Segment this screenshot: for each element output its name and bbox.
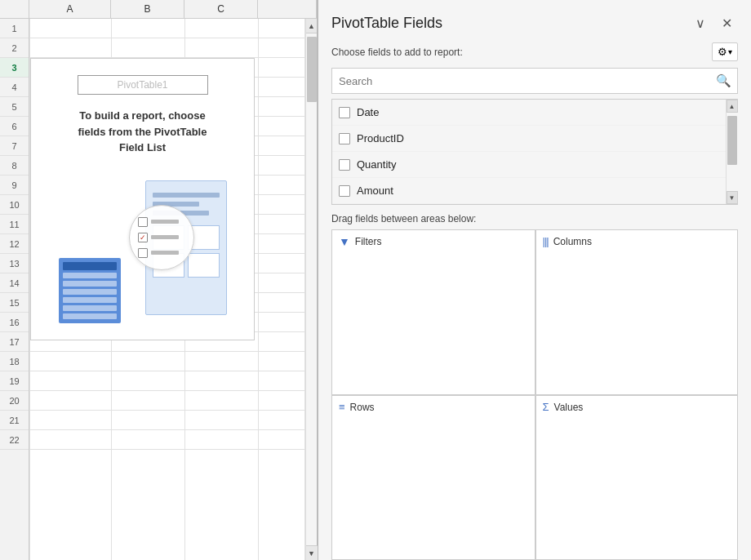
row-num-17[interactable]: 17	[0, 332, 29, 352]
field-checkbox-date[interactable]	[339, 107, 350, 118]
cell-a2[interactable]	[30, 38, 111, 58]
pivot-illustration: ✓	[43, 172, 242, 323]
illus-circle: ✓	[129, 205, 194, 270]
values-content[interactable]	[543, 416, 731, 554]
row-num-7[interactable]: 7	[0, 136, 29, 156]
cell-a18[interactable]	[30, 352, 111, 371]
row-num-12[interactable]: 12	[0, 234, 29, 254]
field-item-productid[interactable]: ProductID	[332, 126, 726, 152]
cell-b21[interactable]	[112, 411, 184, 430]
cell-a21[interactable]	[30, 411, 111, 430]
field-checkbox-productid[interactable]	[339, 133, 350, 144]
values-label: Values	[554, 402, 584, 413]
field-label-amount: Amount	[357, 184, 393, 197]
columns-label: Columns	[553, 236, 592, 247]
columns-content[interactable]	[543, 251, 731, 389]
rows-content[interactable]	[339, 416, 528, 554]
row-num-5[interactable]: 5	[0, 97, 29, 117]
field-list-scrollbar[interactable]: ▲ ▼	[726, 100, 737, 204]
cell-c18[interactable]	[185, 352, 258, 371]
field-list: Date ProductID Quantity Amount	[332, 100, 726, 204]
field-item-date[interactable]: Date	[332, 100, 726, 126]
row-num-1[interactable]: 1	[0, 19, 29, 38]
row-num-11[interactable]: 11	[0, 215, 29, 234]
cell-c21[interactable]	[185, 411, 258, 430]
close-button[interactable]: ✕	[715, 11, 738, 34]
row-num-2[interactable]: 2	[0, 38, 29, 58]
scroll-up-arrow[interactable]: ▲	[306, 19, 318, 33]
field-checkbox-amount[interactable]	[339, 185, 350, 197]
row-num-8[interactable]: 8	[0, 156, 29, 176]
cell-c1[interactable]	[185, 19, 258, 38]
row-num-9[interactable]: 9	[0, 176, 29, 195]
grid-area[interactable]: PivotTable1 To build a report, choose fi…	[29, 19, 305, 560]
spreadsheet: A B C 1 2 3 4 5 6 7 8 9 10 11 12 13 14 1…	[0, 0, 318, 560]
field-item-amount[interactable]: Amount	[332, 178, 726, 204]
dropdown-arrow-icon: ▾	[728, 47, 732, 56]
col-header-rest	[258, 0, 317, 18]
col-header-b[interactable]: B	[111, 0, 184, 18]
cell-b2[interactable]	[112, 38, 184, 58]
row-num-14[interactable]: 14	[0, 273, 29, 293]
col-header-row: A B C	[29, 0, 317, 18]
row-numbers: 1 2 3 4 5 6 7 8 9 10 11 12 13 14 15 16 1…	[0, 19, 29, 560]
cell-a22[interactable]	[30, 430, 111, 450]
settings-button[interactable]: ⚙ ▾	[712, 42, 738, 61]
vertical-scrollbar[interactable]: ▲ ▼	[305, 19, 317, 560]
pivot-fields-panel: PivotTable Fields ∨ ✕ Choose fields to a…	[318, 0, 751, 560]
cell-b1[interactable]	[112, 19, 184, 38]
field-checkbox-quantity[interactable]	[339, 159, 350, 171]
cell-c19[interactable]	[185, 371, 258, 391]
scroll-down-arrow[interactable]: ▼	[306, 545, 318, 560]
minimize-button[interactable]: ∨	[689, 11, 712, 34]
cell-a20[interactable]	[30, 391, 111, 411]
drag-area-columns[interactable]: ||| Columns	[535, 230, 738, 394]
row-num-18[interactable]: 18	[0, 352, 29, 371]
row-num-6[interactable]: 6	[0, 117, 29, 136]
filters-content[interactable]	[339, 251, 528, 389]
row-num-10[interactable]: 10	[0, 195, 29, 215]
field-scroll-thumb[interactable]	[727, 116, 737, 165]
cell-c20[interactable]	[185, 391, 258, 411]
pivot-instruction: To build a report, choose fields from th…	[43, 108, 242, 156]
values-icon: Σ	[543, 401, 549, 413]
cell-b19[interactable]	[112, 371, 184, 391]
cell-b18[interactable]	[112, 352, 184, 371]
scroll-thumb[interactable]	[307, 37, 317, 102]
search-input[interactable]	[331, 68, 738, 94]
drag-area-values[interactable]: Σ Values	[535, 395, 738, 559]
cell-a1[interactable]	[30, 19, 111, 38]
sheet-body: 1 2 3 4 5 6 7 8 9 10 11 12 13 14 15 16 1…	[0, 19, 317, 560]
field-label-productid: ProductID	[357, 132, 404, 144]
panel-subtitle-row: Choose fields to add to report: ⚙ ▾	[318, 41, 751, 68]
row-num-21[interactable]: 21	[0, 411, 29, 430]
field-scroll-down[interactable]: ▼	[727, 191, 738, 204]
row-num-16[interactable]: 16	[0, 313, 29, 332]
drag-area-rows[interactable]: ≡ Rows	[332, 395, 535, 559]
column-headers: A B C	[0, 0, 317, 19]
field-scroll-track[interactable]	[727, 113, 738, 191]
rows-label: Rows	[350, 402, 375, 413]
cell-b22[interactable]	[112, 430, 184, 450]
row-num-13[interactable]: 13	[0, 254, 29, 273]
col-rest-cells	[259, 19, 305, 560]
row-num-19[interactable]: 19	[0, 371, 29, 391]
row-num-20[interactable]: 20	[0, 391, 29, 411]
field-item-quantity[interactable]: Quantity	[332, 152, 726, 178]
row-num-15[interactable]: 15	[0, 293, 29, 313]
row-num-3[interactable]: 3	[0, 58, 29, 78]
field-list-container: Date ProductID Quantity Amount ▲ ▼	[331, 99, 738, 205]
row-num-22[interactable]: 22	[0, 430, 29, 450]
col-header-c[interactable]: C	[184, 0, 258, 18]
drag-area-filters[interactable]: ▼ Filters	[332, 230, 535, 394]
scroll-track[interactable]	[306, 33, 318, 560]
cell-c22[interactable]	[185, 430, 258, 450]
cell-c2[interactable]	[185, 38, 258, 58]
col-header-a[interactable]: A	[29, 0, 111, 18]
field-label-quantity: Quantity	[357, 158, 396, 171]
cell-b20[interactable]	[112, 391, 184, 411]
row-num-4[interactable]: 4	[0, 78, 29, 97]
field-scroll-up[interactable]: ▲	[727, 100, 738, 113]
header-buttons: ∨ ✕	[689, 11, 738, 34]
cell-a19[interactable]	[30, 371, 111, 391]
